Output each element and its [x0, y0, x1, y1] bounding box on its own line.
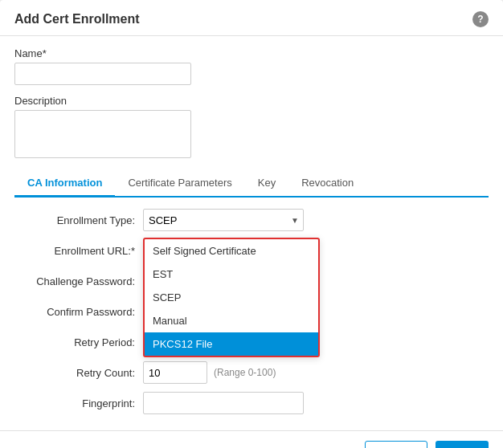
modal-header: Add Cert Enrollment ? [0, 0, 503, 36]
tab-certificate-parameters[interactable]: Certificate Parameters [115, 170, 244, 198]
dropdown-item-self-signed[interactable]: Self Signed Certificate [145, 239, 318, 263]
fingerprint-label: Fingerprint: [22, 397, 143, 409]
retry-count-hint: (Range 0-100) [214, 367, 276, 378]
tab-key[interactable]: Key [245, 170, 288, 198]
add-cert-enrollment-modal: Add Cert Enrollment ? Name* Description … [0, 0, 503, 448]
confirm-password-label: Confirm Password: [22, 306, 143, 318]
description-group: Description [14, 95, 489, 161]
fingerprint-row: Fingerprint: [22, 392, 481, 414]
dropdown-item-pkcs12[interactable]: PKCS12 File [145, 332, 318, 356]
fingerprint-input[interactable] [143, 392, 304, 414]
description-label: Description [14, 95, 489, 107]
challenge-password-label: Challenge Password: [22, 275, 143, 287]
help-icon[interactable]: ? [472, 11, 489, 27]
modal-title: Add Cert Enrollment [14, 12, 140, 26]
enrollment-type-row: Enrollment Type: SCEP ▼ [22, 209, 481, 231]
cancel-button[interactable]: Cancel [365, 441, 427, 448]
enrollment-type-select[interactable]: SCEP [143, 209, 304, 231]
retry-count-row: Retry Count: (Range 0-100) [22, 361, 481, 384]
enrollment-type-dropdown: Self Signed Certificate EST SCEP Manual … [143, 238, 320, 357]
dropdown-item-manual[interactable]: Manual [145, 309, 318, 332]
tab-content-ca-info: Enrollment Type: SCEP ▼ Self Signed Cert… [14, 198, 489, 414]
enrollment-url-label: Enrollment URL:* [22, 245, 143, 257]
description-input[interactable] [14, 110, 191, 158]
name-input[interactable] [14, 63, 191, 85]
tabs-bar: CA Information Certificate Parameters Ke… [14, 170, 489, 198]
name-label: Name* [14, 47, 489, 59]
enrollment-type-select-wrapper: SCEP ▼ [143, 209, 304, 231]
retry-period-label: Retry Period: [22, 336, 143, 348]
retry-count-label: Retry Count: [22, 367, 143, 379]
modal-footer: Cancel Save [0, 430, 503, 448]
modal-body: Name* Description CA Information Certifi… [0, 36, 503, 422]
tab-ca-information[interactable]: CA Information [14, 170, 115, 198]
dropdown-item-scep[interactable]: SCEP [145, 286, 318, 309]
tab-revocation[interactable]: Revocation [288, 170, 366, 198]
enrollment-type-label: Enrollment Type: [22, 214, 143, 226]
name-group: Name* [14, 47, 489, 85]
save-button[interactable]: Save [436, 441, 489, 448]
dropdown-item-est[interactable]: EST [145, 263, 318, 286]
retry-count-input[interactable] [143, 361, 207, 384]
